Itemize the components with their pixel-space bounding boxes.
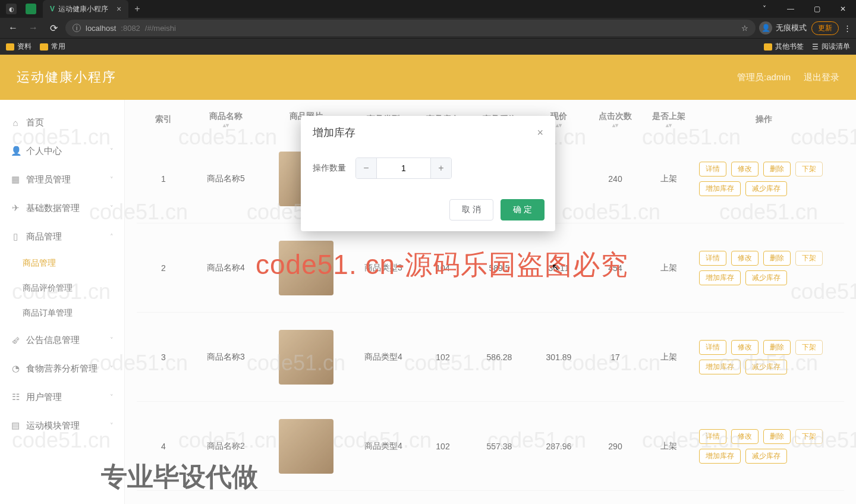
bookmark-folder[interactable]: 资料 [6,42,32,52]
incognito-label: 无痕模式 [776,23,807,33]
quantity-stepper: − + [355,158,452,179]
app-icon [26,4,36,14]
site-info-icon[interactable]: i [73,24,81,32]
menu-icon[interactable]: ⋮ [844,24,851,33]
chevron-down-icon[interactable]: ˅ [751,0,778,18]
reload-icon[interactable]: ⟳ [45,20,62,36]
window-close-icon[interactable]: ✕ [830,0,856,18]
update-button[interactable]: 更新 [811,21,839,35]
cancel-button[interactable]: 取 消 [449,199,493,220]
folder-icon [40,43,48,51]
forward-icon[interactable]: → [25,20,42,36]
window-icon: ◐ [6,4,17,14]
tab-title: 运动健康小程序 [58,4,108,14]
bookmark-folder[interactable]: 常用 [40,42,65,52]
folder-icon [6,43,14,51]
minimize-icon[interactable]: — [778,0,804,18]
star-icon[interactable]: ☆ [741,24,748,33]
back-icon[interactable]: ← [5,20,21,36]
folder-icon [764,43,772,51]
incognito-icon: 👤 [759,21,772,34]
url-port: :8082 [121,24,140,33]
url-host: localhost [86,24,116,33]
vue-icon: V [50,5,55,13]
qty-label: 操作数量 [313,163,346,174]
stepper-decrease[interactable]: − [356,158,376,178]
add-stock-modal: 增加库存 × 操作数量 − + 取 消 确 定 [301,116,555,231]
list-icon: ☰ [812,43,819,51]
bookmarks-bar: 资料 常用 其他书签 ☰阅读清单 [0,38,856,55]
browser-tab[interactable]: V 运动健康小程序 × [43,0,128,18]
url-input[interactable]: i localhost:8082/#/meishi ☆ [65,20,756,36]
url-path: /#/meishi [145,24,176,33]
other-bookmarks[interactable]: 其他书签 [764,42,804,52]
close-icon[interactable]: × [117,4,121,14]
ok-button[interactable]: 确 定 [501,199,545,220]
stepper-input[interactable] [376,158,431,178]
modal-title: 增加库存 [313,125,355,140]
reading-list[interactable]: ☰阅读清单 [812,42,850,52]
maximize-icon[interactable]: ▢ [804,0,830,18]
address-bar: ← → ⟳ i localhost:8082/#/meishi ☆ 👤 无痕模式… [0,18,856,38]
new-tab-button[interactable]: + [134,4,140,14]
stepper-increase[interactable]: + [431,158,451,178]
incognito-badge[interactable]: 👤 无痕模式 [759,21,807,34]
browser-titlebar: ◐ V 运动健康小程序 × + ˅ — ▢ ✕ [0,0,856,18]
close-icon[interactable]: × [537,127,543,139]
